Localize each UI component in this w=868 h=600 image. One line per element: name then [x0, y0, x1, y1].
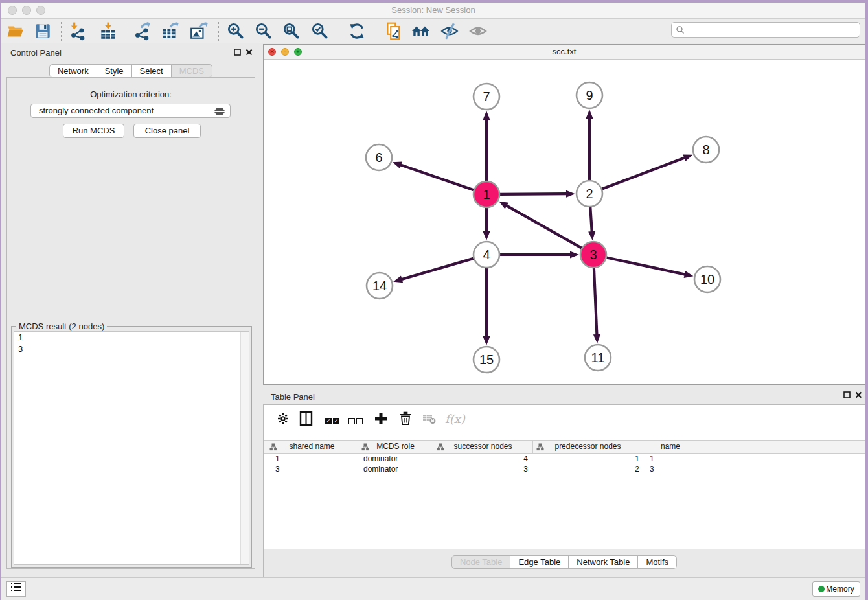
- control-panel-float-icon[interactable]: [234, 49, 241, 57]
- zoom-fit-icon[interactable]: [282, 21, 301, 41]
- export-network-icon[interactable]: [133, 21, 152, 41]
- graph-edge-4-14[interactable]: [401, 259, 474, 280]
- refresh-layout-icon[interactable]: [347, 21, 367, 41]
- tab-mcds[interactable]: MCDS: [171, 64, 212, 78]
- zoom-out-icon[interactable]: [254, 21, 273, 41]
- graph-edge-2-3[interactable]: [590, 207, 591, 233]
- column-header-shared-name[interactable]: shared name: [266, 441, 358, 453]
- tab-edge-table[interactable]: Edge Table: [510, 555, 569, 569]
- column-header-successor-nodes[interactable]: successor nodes: [433, 441, 533, 453]
- table-cell[interactable]: 2: [533, 464, 643, 474]
- graph-node-label: 15: [479, 352, 494, 367]
- tab-node-table[interactable]: Node Table: [451, 555, 511, 569]
- column-header-predecessor-nodes[interactable]: predecessor nodes: [533, 441, 643, 453]
- table-header-row: shared name MCDS role successor nodes pr…: [264, 440, 865, 454]
- graph-node-label: 14: [372, 279, 387, 293]
- window-title: Session: New Session: [1, 3, 865, 18]
- desktop-frame: Session: New Session: [0, 0, 868, 600]
- network-window-titlebar[interactable]: ✕ − + scc.txt: [264, 45, 865, 60]
- table-cell[interactable]: 1: [643, 454, 698, 464]
- column-settings-gear-icon[interactable]: [274, 411, 292, 429]
- search-icon: [676, 25, 685, 34]
- memory-status-dot: [818, 586, 825, 592]
- column-label: MCDS role: [376, 442, 415, 451]
- column-label: successor nodes: [453, 442, 512, 451]
- table-cell[interactable]: 3: [433, 464, 533, 474]
- function-builder-icon[interactable]: f(x): [445, 410, 463, 428]
- graph-edge-3-10[interactable]: [607, 257, 686, 274]
- main-area: Control Panel NetworkStyleSelectMCDS Opt…: [1, 43, 865, 578]
- column-header-mcds-role[interactable]: MCDS role: [358, 441, 433, 453]
- tab-network-table[interactable]: Network Table: [568, 555, 638, 569]
- show-all-icon[interactable]: [468, 21, 488, 41]
- search-input[interactable]: [689, 23, 856, 36]
- table-cell[interactable]: 1: [533, 454, 643, 464]
- open-file-icon[interactable]: [6, 21, 25, 41]
- graph-edge-2-8[interactable]: [602, 157, 686, 189]
- attribute-icon: [361, 443, 369, 451]
- table-row[interactable]: 1dominator411: [264, 454, 865, 464]
- graph-edge-3-11[interactable]: [594, 268, 597, 336]
- attribute-icon: [536, 443, 544, 451]
- graph-edge-1-2[interactable]: [500, 194, 567, 194]
- tab-select[interactable]: Select: [131, 64, 172, 78]
- graph-node-label: 4: [483, 248, 490, 262]
- delete-table-icon[interactable]: [420, 411, 439, 429]
- close-panel-button[interactable]: Close panel: [133, 124, 201, 138]
- chevron-up-icon: [214, 108, 225, 111]
- memory-button[interactable]: Memory: [812, 581, 860, 597]
- task-history-icon[interactable]: [6, 581, 26, 597]
- graph-edge-1-6[interactable]: [400, 165, 474, 190]
- table-toolbar: ✓✓ f(x): [264, 405, 865, 435]
- graph-node-label: 8: [702, 143, 709, 157]
- table-rows: 1dominator4113dominator323: [264, 454, 865, 474]
- hide-selected-icon[interactable]: [440, 21, 459, 41]
- tab-network[interactable]: Network: [49, 64, 97, 78]
- control-panel-title: Control Panel: [10, 48, 62, 58]
- tab-motifs[interactable]: Motifs: [637, 555, 677, 569]
- table-cell[interactable]: dominator: [358, 464, 433, 474]
- table-cell[interactable]: 3: [643, 464, 698, 474]
- graph-edge-arrow: [393, 276, 403, 283]
- zoom-in-icon[interactable]: [226, 21, 246, 41]
- deselect-all-checkboxes-icon[interactable]: [347, 415, 365, 433]
- mcds-result-title: MCDS result (2 nodes): [16, 321, 107, 331]
- memory-label: Memory: [826, 584, 854, 594]
- graph-edge-arrow: [499, 202, 508, 209]
- import-table-icon[interactable]: [98, 21, 118, 41]
- mcds-result-list[interactable]: 13: [14, 331, 249, 565]
- graph-edge-arrow: [683, 154, 692, 161]
- table-cell[interactable]: dominator: [358, 454, 433, 464]
- table-cell[interactable]: 4: [433, 454, 533, 464]
- mcds-result-item[interactable]: 1: [14, 332, 249, 343]
- home-networks-icon[interactable]: [411, 21, 431, 41]
- graph-edge-3-1[interactable]: [506, 205, 582, 248]
- attribute-icon: [269, 443, 277, 451]
- table-row[interactable]: 3dominator323: [264, 464, 865, 474]
- table-cell[interactable]: 1: [266, 454, 358, 464]
- column-header-name[interactable]: name: [643, 441, 698, 453]
- table-cell[interactable]: 3: [266, 464, 358, 474]
- run-mcds-button[interactable]: Run MCDS: [63, 124, 124, 138]
- toolbar-separator: [218, 21, 219, 41]
- zoom-selected-icon[interactable]: [310, 21, 330, 41]
- show-column-panel-icon[interactable]: [297, 411, 315, 429]
- export-image-icon[interactable]: [189, 21, 209, 41]
- save-session-icon[interactable]: [33, 21, 52, 41]
- select-all-checkboxes-icon[interactable]: ✓✓: [323, 415, 341, 433]
- table-panel-float-icon[interactable]: [843, 391, 851, 400]
- mcds-result-item[interactable]: 3: [14, 343, 249, 355]
- export-table-icon[interactable]: [161, 21, 180, 41]
- tab-style[interactable]: Style: [97, 64, 132, 78]
- control-panel-tabs: NetworkStyleSelectMCDS: [1, 64, 260, 78]
- delete-columns-trash-icon[interactable]: [396, 411, 415, 429]
- optimization-criterion-select[interactable]: strongly connected component: [30, 104, 231, 118]
- table-panel-close-icon[interactable]: [855, 391, 862, 400]
- network-canvas[interactable]: 7968124314101511: [264, 59, 865, 384]
- toolbar-separator: [376, 21, 376, 41]
- add-column-icon[interactable]: [372, 411, 390, 429]
- import-network-icon[interactable]: [68, 21, 87, 41]
- control-panel-close-icon[interactable]: [246, 49, 253, 57]
- clone-network-icon[interactable]: [383, 21, 403, 41]
- result-scrollbar[interactable]: [240, 332, 249, 564]
